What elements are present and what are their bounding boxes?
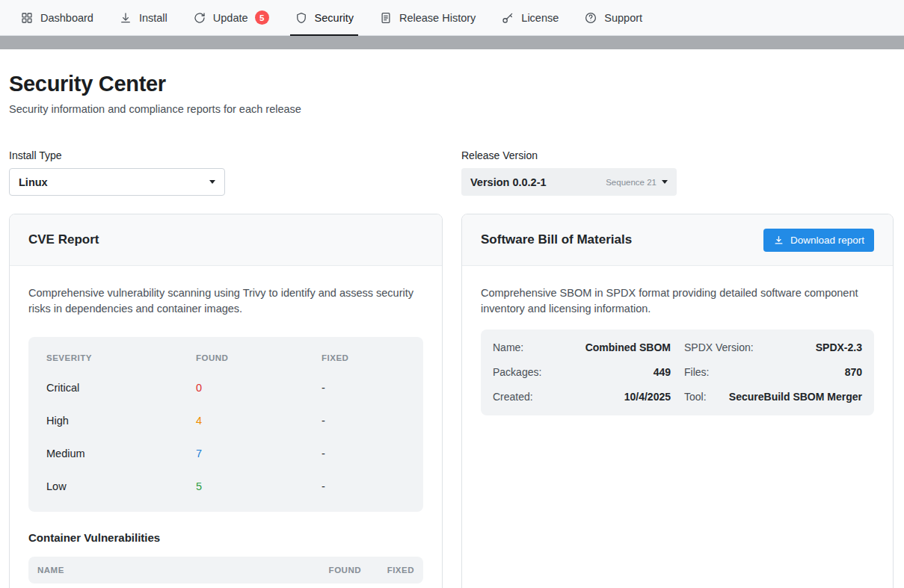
release-version-select[interactable]: Version 0.0.2-1 Sequence 21 [461,168,677,196]
fixed-count: - [322,415,405,427]
main-content: Security Center Security information and… [0,72,904,588]
nav-support-label: Support [604,12,642,24]
sbom-card-body: Comprehensive SBOM in SPDX format provid… [462,266,893,435]
nav-dashboard[interactable]: Dashboard [7,0,106,35]
sbom-description: Comprehensive SBOM in SPDX format provid… [481,285,874,318]
severity-name: Low [46,480,196,492]
chevron-down-icon [209,180,215,184]
sbom-info-row: Created: 10/4/2025 Tool: SecureBuild SBO… [493,385,862,409]
nav-dashboard-label: Dashboard [40,12,93,24]
chevron-down-icon [662,180,668,184]
security-shield-icon [295,11,308,25]
col-name: NAME [37,566,304,575]
sbom-files: Files: 870 [684,366,862,378]
support-help-icon [584,11,597,25]
severity-table-header: SEVERITY FOUND FIXED [28,344,423,371]
fixed-count: - [322,480,405,492]
found-count: 4 [196,415,322,427]
fixed-count: - [322,448,405,459]
release-version-filter: Release Version Version 0.0.2-1 Sequence… [461,149,894,196]
nav-release-history-label: Release History [399,12,476,24]
sbom-info-row: Packages: 449 Files: 870 [493,360,862,385]
col-fixed: FIXED [322,353,405,362]
release-version-meta: Sequence 21 [606,178,668,187]
col-severity: SEVERITY [46,353,196,362]
release-version-value: Version 0.0.2-1 [470,176,547,188]
cve-card-body: Comprehensive vulnerability scanning usi… [10,266,442,588]
table-row: Medium 7 - [28,437,423,470]
update-icon [193,11,206,25]
table-row: Low 5 - [28,470,423,503]
page-title: Security Center [9,72,895,96]
page-subtitle: Security information and compliance repo… [9,103,895,115]
dashboard-icon [20,11,34,25]
container-table-header: NAME FOUND FIXED [28,557,423,584]
fixed-count: - [322,382,405,394]
severity-name: Medium [46,448,196,459]
table-row: High 4 - [28,404,423,437]
sbom-packages: Packages: 449 [493,366,671,378]
update-count-badge: 5 [255,10,269,25]
nav-update[interactable]: Update 5 [180,0,282,35]
nav-install[interactable]: Install [106,0,180,35]
found-count: 7 [196,448,322,459]
nav-security[interactable]: Security [282,0,366,35]
install-icon [119,11,132,25]
sbom-card-title: Software Bill of Materials [481,232,632,247]
col-fixed: FIXED [361,566,414,575]
divider-strip [0,36,904,49]
table-row: Critical 0 - [28,371,423,404]
cve-card-header: CVE Report [10,214,442,266]
download-report-label: Download report [790,235,864,246]
col-found: FOUND [304,566,361,575]
found-count: 0 [196,382,322,394]
sbom-info-grid: Name: Combined SBOM SPDX Version: SPDX-2… [481,329,874,415]
sbom-card: Software Bill of Materials Download repo… [461,214,894,588]
nav-license-label: License [521,12,559,24]
cve-card-title: CVE Report [28,232,99,247]
release-history-icon [379,11,393,25]
severity-table: SEVERITY FOUND FIXED Critical 0 - High 4… [28,337,423,512]
install-type-select[interactable]: Linux [9,168,225,196]
license-key-icon [501,11,514,25]
cards-row: CVE Report Comprehensive vulnerability s… [9,214,895,588]
sequence-label: Sequence 21 [606,178,657,187]
nav-license[interactable]: License [488,0,571,35]
nav-install-label: Install [139,12,167,24]
sbom-created: Created: 10/4/2025 [493,391,671,403]
install-type-label: Install Type [9,149,443,161]
sbom-info-row: Name: Combined SBOM SPDX Version: SPDX-2… [493,335,862,360]
install-type-value: Linux [19,176,48,188]
top-navigation: Dashboard Install Update 5 Security Rele… [0,0,904,36]
download-icon [773,235,784,246]
container-vulnerabilities-title: Container Vulnerabilities [28,531,423,544]
sbom-tool: Tool: SecureBuild SBOM Merger [684,391,862,403]
found-count: 5 [196,480,322,492]
nav-security-label: Security [315,12,354,24]
sbom-name: Name: Combined SBOM [493,341,671,353]
cve-report-card: CVE Report Comprehensive vulnerability s… [9,214,443,588]
sbom-spdx-version: SPDX Version: SPDX-2.3 [684,341,862,353]
nav-support[interactable]: Support [571,0,655,35]
nav-update-label: Update [213,12,248,24]
filters-row: Install Type Linux Release Version Versi… [9,149,895,196]
cve-description: Comprehensive vulnerability scanning usi… [28,285,423,318]
download-report-button[interactable]: Download report [763,229,874,252]
install-type-filter: Install Type Linux [9,149,443,196]
col-found: FOUND [196,353,322,362]
release-version-label: Release Version [461,149,894,161]
severity-name: Critical [46,382,196,394]
nav-release-history[interactable]: Release History [366,0,488,35]
sbom-card-header: Software Bill of Materials Download repo… [462,214,893,266]
severity-name: High [46,415,196,427]
